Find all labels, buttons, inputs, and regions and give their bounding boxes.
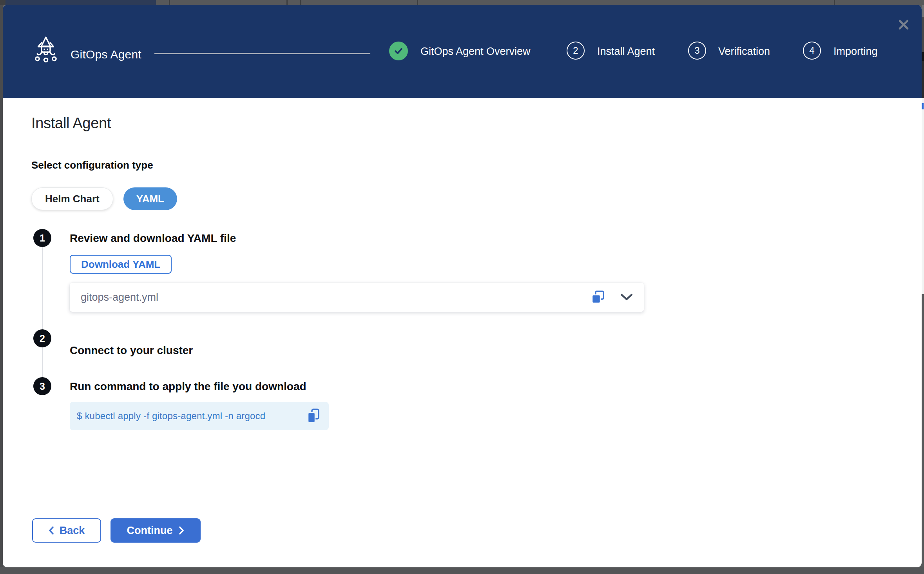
yaml-file-row[interactable]: gitops-agent.yml xyxy=(70,283,644,312)
kubectl-command-text: $ kubectl apply -f gitops-agent.yml -n a… xyxy=(77,411,265,421)
check-icon xyxy=(393,45,404,56)
config-type-label: Select configuration type xyxy=(31,159,153,171)
background-right-edge xyxy=(922,61,924,98)
stepper-label-overview[interactable]: GitOps Agent Overview xyxy=(420,45,531,58)
hamburger-menu-icon-sliver xyxy=(922,52,924,61)
continue-button-label: Continue xyxy=(127,525,173,537)
step-3-title: Run command to apply the file you downlo… xyxy=(70,380,306,393)
step-2-badge: 2 xyxy=(33,329,51,347)
background-right-edge xyxy=(922,98,924,294)
copy-icon[interactable] xyxy=(591,290,605,305)
back-button-label: Back xyxy=(60,525,85,537)
tab-bar-corner xyxy=(0,0,5,5)
stepper-step-overview check-circle-icon[interactable] xyxy=(389,42,408,60)
argo-octopus-icon xyxy=(34,36,58,63)
header-divider-line xyxy=(154,53,370,54)
config-option-helm-chart[interactable]: Helm Chart xyxy=(31,187,113,210)
step-2-title: Connect to your cluster xyxy=(70,344,193,357)
background-left-edge xyxy=(0,5,3,567)
gitops-agent-wizard-modal: GitOps Agent GitOps Agent Overview 2 Ins… xyxy=(3,5,922,567)
wizard-header: GitOps Agent GitOps Agent Overview 2 Ins… xyxy=(3,5,922,98)
back-button[interactable]: Back xyxy=(32,518,101,543)
background-text-sliver xyxy=(922,103,924,109)
download-yaml-button[interactable]: Download YAML xyxy=(70,255,172,274)
stepper-step-importing[interactable]: 4 xyxy=(803,42,821,60)
kubectl-command-box: $ kubectl apply -f gitops-agent.yml -n a… xyxy=(70,402,329,430)
step-connector-line xyxy=(42,238,43,387)
close-icon[interactable] xyxy=(897,18,910,31)
config-type-toggle: Helm Chart YAML xyxy=(31,187,177,210)
wizard-app-title: GitOps Agent xyxy=(71,48,141,61)
stepper-label-install-agent[interactable]: Install Agent xyxy=(597,45,655,58)
background-right-edge xyxy=(922,294,924,567)
step-3-badge: 3 xyxy=(33,377,51,395)
background-right-edge xyxy=(922,17,924,52)
page-title: Install Agent xyxy=(31,115,111,132)
step-1-badge: 1 xyxy=(33,229,51,247)
chevron-right-icon xyxy=(179,526,184,535)
chevron-down-icon[interactable] xyxy=(620,293,633,301)
stepper-step-verification[interactable]: 3 xyxy=(688,42,706,60)
background-right-edge xyxy=(922,5,924,17)
background-bottom-strip xyxy=(0,567,924,574)
yaml-file-name: gitops-agent.yml xyxy=(81,291,158,303)
continue-button[interactable]: Continue xyxy=(111,518,201,543)
stepper-label-verification[interactable]: Verification xyxy=(718,45,770,58)
step-1-title: Review and download YAML file xyxy=(70,232,236,245)
config-option-yaml[interactable]: YAML xyxy=(123,187,177,210)
chevron-left-icon xyxy=(49,526,54,535)
copy-icon[interactable] xyxy=(305,407,321,425)
stepper-step-install-agent[interactable]: 2 xyxy=(567,42,585,60)
stepper-label-importing[interactable]: Importing xyxy=(833,45,878,58)
